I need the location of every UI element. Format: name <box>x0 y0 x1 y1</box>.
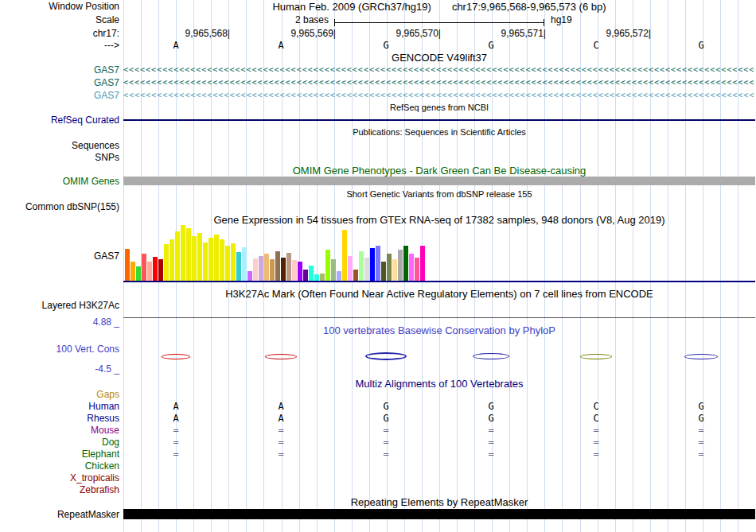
gtex-expression-bar[interactable] <box>409 254 414 281</box>
gencode-transcript-line[interactable]: <<<<<<<<<<<<<<<<<<<<<<<<<<<<<<<<<<<<<<<<… <box>123 90 755 101</box>
multiz-track-title: Multiz Alignments of 100 Vertebrates <box>123 378 755 390</box>
gtex-expression-bar[interactable] <box>220 239 224 281</box>
gtex-expression-bar[interactable] <box>242 247 247 281</box>
gtex-expression-bar[interactable] <box>175 231 180 281</box>
chromosome-label: chr17: <box>0 28 119 39</box>
gtex-expression-bar[interactable] <box>225 246 230 281</box>
gtex-expression-bar[interactable] <box>381 262 386 281</box>
gtex-expression-bar[interactable] <box>147 262 152 281</box>
gtex-expression-bar[interactable] <box>298 262 302 281</box>
multiz-alignment-cell: = <box>169 425 183 436</box>
gtex-expression-bar[interactable] <box>264 254 269 281</box>
multiz-alignment-cell: = <box>694 437 708 448</box>
gencode-transcript-label[interactable]: GAS7 <box>0 90 119 101</box>
coordinate-tick: 9,965,571| <box>471 28 546 39</box>
multiz-species-label-zebrafish[interactable]: Zebrafish <box>0 484 119 495</box>
multiz-species-label-dog[interactable]: Dog <box>0 437 119 448</box>
repeatmasker-bar[interactable] <box>123 509 755 519</box>
multiz-species-label-gaps[interactable]: Gaps <box>0 389 119 400</box>
gencode-transcript-label[interactable]: GAS7 <box>0 77 119 88</box>
multiz-alignment-cell: G <box>484 413 498 424</box>
gtex-gene-label[interactable]: GAS7 <box>0 250 119 262</box>
gtex-expression-bar[interactable] <box>420 246 425 281</box>
gtex-expression-bar[interactable] <box>392 259 397 281</box>
refseq-transcript-line[interactable] <box>123 119 755 121</box>
gtex-expression-bar[interactable] <box>197 233 202 281</box>
gtex-expression-bar[interactable] <box>214 235 219 281</box>
gencode-transcript-line[interactable]: <<<<<<<<<<<<<<<<<<<<<<<<<<<<<<<<<<<<<<<<… <box>123 77 755 88</box>
h3k27ac-track-label[interactable]: Layered H3K27Ac <box>0 300 119 311</box>
gtex-expression-bar[interactable] <box>325 250 330 281</box>
gtex-expression-bar[interactable] <box>181 225 185 281</box>
gtex-expression-bar[interactable] <box>281 258 286 281</box>
gtex-expression-bar[interactable] <box>253 258 258 281</box>
gtex-expression-bar[interactable] <box>259 256 263 281</box>
reference-base: G <box>379 40 393 51</box>
publications-snps-label[interactable]: SNPs <box>0 152 119 163</box>
gtex-expression-bar[interactable] <box>348 256 353 281</box>
gtex-expression-bar[interactable] <box>153 257 158 281</box>
multiz-species-label-x_tropicalis[interactable]: X_tropicalis <box>0 472 119 483</box>
omim-genes-label[interactable]: OMIM Genes <box>0 176 119 187</box>
ucsc-genome-browser: Window Position Human Feb. 2009 (GRCh37/… <box>0 0 756 532</box>
multiz-species-label-elephant[interactable]: Elephant <box>0 449 119 460</box>
window-position-title: Human Feb. 2009 (GRCh37/hg19)chr17:9,965… <box>123 1 755 13</box>
multiz-species-label-chicken[interactable]: Chicken <box>0 460 119 472</box>
gtex-expression-bar[interactable] <box>320 274 325 281</box>
refseq-curated-label[interactable]: RefSeq Curated <box>0 115 119 126</box>
gtex-expression-bar[interactable] <box>364 258 369 281</box>
gtex-expression-bar[interactable] <box>292 260 297 281</box>
gtex-expression-bar[interactable] <box>125 249 130 281</box>
omim-gene-bar[interactable] <box>123 177 755 185</box>
gtex-expression-bar[interactable] <box>131 262 135 281</box>
multiz-species-label-rhesus[interactable]: Rhesus <box>0 413 119 424</box>
publications-sequences-label[interactable]: Sequences <box>0 140 119 151</box>
publications-track-title: Publications: Sequences in Scientific Ar… <box>123 127 755 137</box>
gtex-expression-bar[interactable] <box>387 254 392 281</box>
reference-base: G <box>694 40 708 51</box>
gtex-expression-bar[interactable] <box>247 271 252 281</box>
gtex-expression-bar[interactable] <box>136 266 141 281</box>
repeatmasker-track-title: Repeating Elements by RepeatMasker <box>123 496 755 508</box>
gtex-expression-bar[interactable] <box>353 270 358 281</box>
gtex-expression-bar[interactable] <box>208 238 213 281</box>
gtex-expression-bar[interactable] <box>398 250 403 281</box>
gtex-expression-bar[interactable] <box>270 259 275 281</box>
gtex-expression-bar[interactable] <box>342 230 347 281</box>
gtex-expression-bar[interactable] <box>314 274 319 281</box>
h3k27ac-track-title: H3K27Ac Mark (Often Found Near Active Re… <box>123 288 755 300</box>
gtex-expression-bar[interactable] <box>370 248 375 281</box>
gtex-expression-bar[interactable] <box>275 251 280 281</box>
gencode-track-title: GENCODE V49lift37 <box>123 52 755 64</box>
gtex-expression-bar[interactable] <box>203 243 208 281</box>
gtex-expression-bar[interactable] <box>415 258 419 281</box>
phylop-track-label[interactable]: 100 Vert. Cons <box>0 344 119 355</box>
multiz-species-label-human[interactable]: Human <box>0 401 119 412</box>
gtex-expression-bar[interactable] <box>309 266 314 281</box>
gtex-expression-bar[interactable] <box>303 270 308 281</box>
multiz-alignment-cell: = <box>589 425 603 436</box>
gtex-expression-bar[interactable] <box>164 244 169 281</box>
gtex-expression-bar[interactable] <box>192 236 197 281</box>
gencode-transcript-line[interactable]: <<<<<<<<<<<<<<<<<<<<<<<<<<<<<<<<<<<<<<<<… <box>123 64 755 76</box>
gtex-expression-bar[interactable] <box>403 246 408 281</box>
multiz-species-label-mouse[interactable]: Mouse <box>0 425 119 436</box>
gtex-expression-bar[interactable] <box>376 246 380 281</box>
gtex-expression-bar[interactable] <box>170 239 174 281</box>
multiz-alignment-cell: = <box>484 449 498 460</box>
repeatmasker-track-label[interactable]: RepeatMasker <box>0 509 119 520</box>
gtex-expression-bar[interactable] <box>158 259 163 281</box>
gtex-expression-bar[interactable] <box>231 243 236 281</box>
gtex-expression-bar[interactable] <box>142 254 146 281</box>
dbsnp-track-label[interactable]: Common dbSNP(155) <box>0 201 119 212</box>
gtex-expression-bar[interactable] <box>236 252 241 281</box>
gencode-transcript-label[interactable]: GAS7 <box>0 64 119 76</box>
gtex-expression-bar[interactable] <box>186 228 191 281</box>
scale-label: Scale <box>0 14 119 25</box>
reference-base: C <box>589 40 603 51</box>
gtex-expression-bar[interactable] <box>359 251 364 281</box>
gtex-expression-bar[interactable] <box>337 271 341 281</box>
gtex-expression-bar[interactable] <box>331 259 336 281</box>
gtex-expression-bar[interactable] <box>286 253 291 281</box>
multiz-alignment-cell: = <box>274 437 288 448</box>
